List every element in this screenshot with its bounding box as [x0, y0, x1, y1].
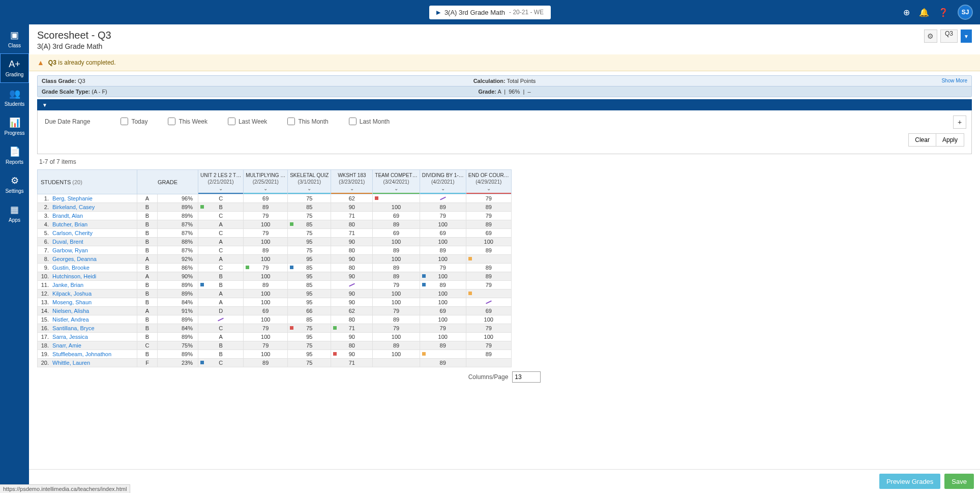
- score-cell[interactable]: 79: [466, 281, 511, 289]
- student-name-cell[interactable]: 16. Santillana, Bryce: [38, 324, 137, 333]
- grade-letter-cell[interactable]: B: [137, 333, 158, 341]
- grade-letter-cell[interactable]: A: [137, 307, 158, 315]
- filter-checkbox-this-week[interactable]: This Week: [168, 118, 207, 125]
- student-link[interactable]: Sarra, Jessica: [52, 334, 88, 340]
- score-cell[interactable]: 79: [466, 194, 511, 203]
- score-cell[interactable]: A: [198, 298, 244, 307]
- score-cell[interactable]: 71: [331, 359, 373, 367]
- sidebar-item-apps[interactable]: ▦Apps: [0, 199, 29, 228]
- score-cell[interactable]: 90: [331, 203, 373, 212]
- score-cell[interactable]: 100: [420, 238, 466, 246]
- student-link[interactable]: Duval, Brent: [52, 239, 83, 245]
- score-cell[interactable]: A: [198, 289, 244, 298]
- student-name-cell[interactable]: 13. Moseng, Shaun: [38, 298, 137, 307]
- grade-pct-cell[interactable]: 87%: [158, 220, 198, 229]
- score-cell[interactable]: 85: [288, 315, 331, 324]
- avatar[interactable]: SJ: [958, 5, 973, 20]
- grade-letter-cell[interactable]: F: [137, 359, 158, 367]
- score-cell[interactable]: 89: [420, 359, 466, 367]
- score-cell[interactable]: 100: [466, 238, 511, 246]
- score-cell[interactable]: 100: [373, 203, 420, 212]
- student-name-cell[interactable]: 14. Nielsen, Alisha: [38, 307, 137, 315]
- score-cell[interactable]: 89: [244, 359, 288, 367]
- score-cell[interactable]: A: [198, 238, 244, 246]
- score-cell[interactable]: 90: [331, 272, 373, 281]
- score-cell[interactable]: B: [198, 281, 244, 289]
- score-cell[interactable]: 79: [244, 229, 288, 238]
- assignment-header[interactable]: END OF COUR…(4/29/2021)⌄: [466, 170, 511, 194]
- student-name-cell[interactable]: 1. Berg, Stephanie: [38, 194, 137, 203]
- checkbox-input[interactable]: [168, 118, 175, 125]
- sidebar-item-grading[interactable]: A+Grading: [0, 53, 29, 83]
- score-cell[interactable]: [466, 359, 511, 367]
- score-cell[interactable]: 90: [331, 298, 373, 307]
- sidebar-item-progress[interactable]: 📊Progress: [0, 112, 29, 141]
- bell-icon[interactable]: 🔔: [919, 8, 929, 17]
- show-more-link[interactable]: Show More: [941, 78, 967, 84]
- assignment-header[interactable]: SKELETAL QUIZ(3/1/2021)⌄: [288, 170, 331, 194]
- score-cell[interactable]: [466, 298, 511, 307]
- student-link[interactable]: Kilpack, Joshua: [52, 291, 92, 297]
- score-cell[interactable]: C: [198, 324, 244, 333]
- grade-pct-cell[interactable]: 87%: [158, 246, 198, 255]
- preview-grades-button[interactable]: Preview Grades: [879, 474, 940, 489]
- score-cell[interactable]: 85: [288, 281, 331, 289]
- score-cell[interactable]: 75: [288, 359, 331, 367]
- score-cell[interactable]: 71: [331, 212, 373, 220]
- term-dropdown-icon[interactable]: ▼: [961, 30, 972, 43]
- score-cell[interactable]: 71: [331, 229, 373, 238]
- score-cell[interactable]: 100: [244, 220, 288, 229]
- score-cell[interactable]: 85: [288, 220, 331, 229]
- score-cell[interactable]: 89: [466, 220, 511, 229]
- student-name-cell[interactable]: 17. Sarra, Jessica: [38, 333, 137, 341]
- score-cell[interactable]: 90: [331, 333, 373, 341]
- student-link[interactable]: Georges, Deanna: [52, 256, 97, 262]
- student-name-cell[interactable]: 11. Janke, Brian: [38, 281, 137, 289]
- grade-letter-cell[interactable]: B: [137, 324, 158, 333]
- grade-letter-cell[interactable]: A: [137, 194, 158, 203]
- assignment-header[interactable]: UNIT 2 LES 2 T…(2/21/2021)⌄: [198, 170, 244, 194]
- grade-pct-cell[interactable]: 86%: [158, 264, 198, 272]
- score-cell[interactable]: [198, 315, 244, 324]
- score-cell[interactable]: 90: [331, 238, 373, 246]
- score-cell[interactable]: 85: [288, 203, 331, 212]
- score-cell[interactable]: 79: [466, 341, 511, 350]
- score-cell[interactable]: 79: [373, 324, 420, 333]
- score-cell[interactable]: B: [198, 341, 244, 350]
- score-cell[interactable]: 95: [288, 255, 331, 264]
- score-cell[interactable]: [373, 194, 420, 203]
- score-cell[interactable]: 79: [244, 341, 288, 350]
- score-cell[interactable]: 75: [288, 212, 331, 220]
- score-cell[interactable]: 75: [288, 246, 331, 255]
- score-cell[interactable]: 100: [466, 315, 511, 324]
- score-cell[interactable]: 62: [331, 307, 373, 315]
- score-cell[interactable]: 90: [331, 289, 373, 298]
- score-cell[interactable]: 75: [288, 194, 331, 203]
- score-cell[interactable]: 71: [331, 324, 373, 333]
- score-cell[interactable]: 69: [420, 307, 466, 315]
- student-name-cell[interactable]: 4. Butcher, Brian: [38, 220, 137, 229]
- sidebar-item-class[interactable]: ▣Class: [0, 24, 29, 53]
- score-cell[interactable]: 79: [420, 212, 466, 220]
- score-cell[interactable]: 79: [466, 324, 511, 333]
- grade-letter-cell[interactable]: C: [137, 341, 158, 350]
- student-name-cell[interactable]: 2. Birkeland, Casey: [38, 203, 137, 212]
- score-cell[interactable]: 100: [420, 333, 466, 341]
- student-name-cell[interactable]: 3. Brandt, Alan: [38, 212, 137, 220]
- student-name-cell[interactable]: 9. Gustin, Brooke: [38, 264, 137, 272]
- score-cell[interactable]: 100: [373, 350, 420, 359]
- score-cell[interactable]: 89: [466, 246, 511, 255]
- student-name-cell[interactable]: 18. Snarr, Amie: [38, 341, 137, 350]
- score-cell[interactable]: A: [198, 333, 244, 341]
- score-cell[interactable]: 89: [466, 272, 511, 281]
- score-cell[interactable]: 85: [288, 264, 331, 272]
- grade-letter-cell[interactable]: B: [137, 238, 158, 246]
- score-cell[interactable]: 69: [373, 229, 420, 238]
- grade-letter-cell[interactable]: A: [137, 255, 158, 264]
- score-cell[interactable]: 89: [244, 246, 288, 255]
- score-cell[interactable]: 79: [466, 212, 511, 220]
- grade-pct-cell[interactable]: 91%: [158, 307, 198, 315]
- score-cell[interactable]: B: [198, 272, 244, 281]
- score-cell[interactable]: 89: [420, 341, 466, 350]
- filter-expand-bar[interactable]: ▼: [37, 99, 972, 110]
